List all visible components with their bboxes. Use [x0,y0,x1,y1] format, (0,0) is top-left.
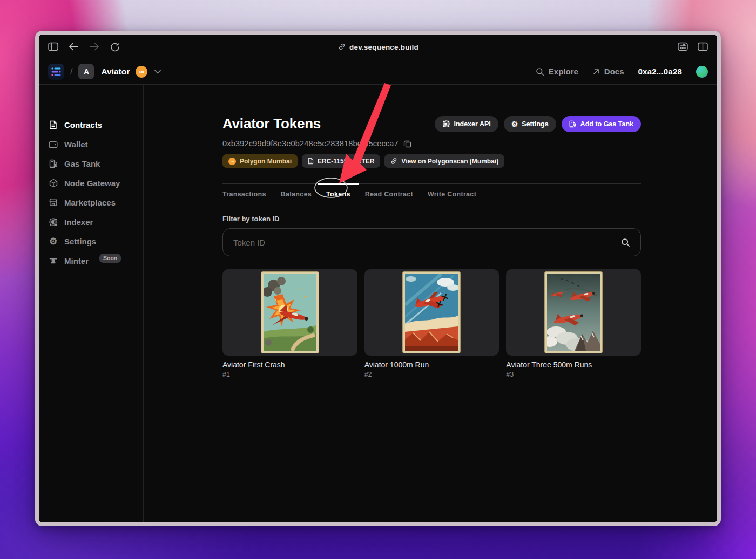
link-icon [338,43,346,51]
sidebar-item-label: Indexer [64,217,93,227]
sidebar: Contracts Wallet Gas Tank [39,85,144,522]
token-id: #2 [364,371,500,378]
wallet-icon [49,140,58,149]
sidebar-item-label: Contracts [64,120,102,129]
docs-label: Docs [604,67,624,76]
contract-type-badge: ERC-1155-MINTER [302,154,380,168]
sidebar-item-label: Node Gateway [64,179,120,188]
docs-link[interactable]: Docs [592,67,624,76]
network-badge: ∞ Polygon Mumbai [222,154,298,168]
explore-label: Explore [549,67,578,76]
token-title: Aviator Three 500m Runs [506,360,641,369]
tab-transactions[interactable]: Transactions [222,190,266,198]
sidebar-item-settings[interactable]: ⚙ Settings [39,231,143,251]
wallet-address[interactable]: 0xa2...0a28 [638,67,682,76]
tab-bar: Transactions Balances Tokens Read Contra… [222,183,641,198]
soon-badge: Soon [99,254,121,263]
file-icon [308,158,314,165]
polygon-network-icon: ∞ [136,66,147,78]
window-content: dev.sequence.build [39,35,717,522]
project-avatar[interactable]: A [78,64,94,79]
sidebar-item-wallet[interactable]: Wallet [39,134,143,154]
gear-icon: ⚙ [511,120,518,128]
indexer-api-button[interactable]: Indexer API [435,116,498,132]
sidebar-item-label: Minter [64,256,89,265]
main-content: Aviator Tokens Indexer API ⚙ Settings [144,85,717,522]
fuel-pump-icon [49,159,58,168]
tab-tokens[interactable]: Tokens [326,190,350,198]
token-id: #1 [222,371,357,378]
page-title: Aviator Tokens [222,115,321,132]
cube-icon [49,179,58,188]
sidebar-item-gas-tank[interactable]: Gas Tank [39,154,143,173]
search-icon [536,67,544,76]
account-avatar[interactable] [696,66,708,78]
forward-icon[interactable] [89,41,100,52]
token-cell: Aviator Three 500m Runs #3 [506,269,641,378]
token-title: Aviator First Crash [222,360,357,369]
search-icon [621,238,630,247]
settings-label: Settings [522,120,548,128]
breadcrumb-separator: / [70,67,72,77]
sidebar-item-contracts[interactable]: Contracts [39,115,143,134]
token-title: Aviator 1000m Run [364,360,500,369]
token-image-first-crash [261,271,319,353]
token-image-three-runs [544,271,603,353]
arrow-up-right-icon [592,68,600,76]
token-grid: Aviator First Crash #1 [222,269,641,378]
customize-icon[interactable] [677,41,688,52]
sidebar-item-label: Settings [64,237,96,246]
sidebar-item-label: Gas Tank [64,159,100,168]
gear-icon: ⚙ [49,237,58,246]
token-id-search [222,228,641,256]
token-cell: Aviator First Crash #1 [222,269,357,378]
anvil-icon [49,256,58,265]
sidebar-item-node-gateway[interactable]: Node Gateway [39,173,143,193]
reload-icon[interactable] [109,41,120,52]
storefront-icon [49,198,58,207]
sidebar-item-label: Marketplaces [64,198,116,207]
token-cell: Aviator 1000m Run #2 [364,269,500,378]
browser-sidebar-toggle-icon[interactable] [48,41,59,52]
copy-icon[interactable] [403,140,411,148]
app-header: / A Aviator ∞ Explore [39,59,717,85]
contracts-icon [49,120,58,129]
explorer-link-label: View on Polygonscan (Mumbai) [401,158,498,165]
grid-icon [49,217,58,227]
token-id-input[interactable] [233,238,621,247]
tab-balances[interactable]: Balances [281,190,312,198]
token-image-1000m-run [402,271,461,353]
indexer-api-icon [442,120,450,128]
tab-write-contract[interactable]: Write Contract [428,190,476,198]
sidebar-item-marketplaces[interactable]: Marketplaces [39,193,143,212]
sidebar-item-label: Wallet [64,140,88,149]
explore-button[interactable]: Explore [536,67,578,76]
add-to-gas-tank-button[interactable]: Add to Gas Tank [562,116,641,132]
explorer-link-badge[interactable]: View on Polygonscan (Mumbai) [384,154,504,168]
sidebar-item-indexer[interactable]: Indexer [39,212,143,231]
settings-button[interactable]: ⚙ Settings [504,116,556,132]
token-id: #3 [506,371,641,378]
contract-address: 0xb392c99d9f8e3e0b248e5c283818be0f5cecca… [222,139,399,148]
back-icon[interactable] [68,41,79,52]
link-icon [390,158,397,165]
browser-window: dev.sequence.build [35,31,721,526]
desktop: dev.sequence.build [0,0,756,559]
sequence-logo[interactable] [48,64,64,80]
indexer-api-label: Indexer API [454,120,490,128]
token-card[interactable] [222,269,357,356]
split-view-icon[interactable] [697,41,708,52]
url-text: dev.sequence.build [349,43,418,51]
browser-toolbar: dev.sequence.build [39,35,717,59]
filter-label: Filter by token ID [222,215,641,223]
project-name: Aviator [101,67,130,77]
chevron-down-icon[interactable] [153,66,162,77]
address-bar[interactable]: dev.sequence.build [338,43,418,51]
network-badge-label: Polygon Mumbai [240,158,292,165]
tab-read-contract[interactable]: Read Contract [365,190,413,198]
sidebar-item-minter[interactable]: Minter Soon [39,251,143,270]
polygon-icon: ∞ [228,158,236,165]
token-card[interactable] [506,269,641,356]
token-card[interactable] [364,269,500,356]
add-to-gas-tank-label: Add to Gas Tank [580,120,633,128]
